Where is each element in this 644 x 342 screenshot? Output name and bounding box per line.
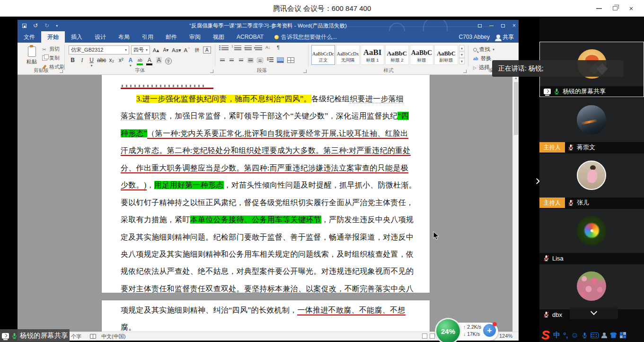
ribbon-options-icon[interactable]: [478, 24, 482, 27]
word-restore-icon[interactable]: [501, 24, 505, 27]
bullets-button[interactable]: [221, 45, 229, 51]
text-effects-button[interactable]: A▾: [126, 57, 134, 66]
line-spacing-button[interactable]: [266, 57, 273, 63]
clipboard-dialog-launcher-icon[interactable]: [60, 70, 63, 73]
participant-tile-4[interactable]: Lisa: [539, 209, 644, 263]
tell-me-box[interactable]: 告诉我您想要做什么...: [274, 31, 337, 43]
style-card-标题 1[interactable]: AaBI标题 1: [361, 45, 384, 65]
emoji-picker-icon[interactable]: ☺: [571, 331, 579, 340]
restore-icon[interactable]: [607, 0, 623, 17]
user-center-icon[interactable]: [601, 333, 607, 338]
subscript-button[interactable]: x₂: [107, 57, 115, 66]
skin-icon[interactable]: [610, 333, 617, 338]
shading-button[interactable]: [277, 57, 284, 63]
clear-formatting-button[interactable]: [183, 46, 191, 54]
punctuation-icon[interactable]: °,: [563, 331, 568, 339]
justify-button[interactable]: [247, 58, 254, 63]
language-status[interactable]: 中文(中国): [101, 333, 125, 340]
host-badge: 主持人: [539, 142, 565, 153]
voice-input-icon[interactable]: [582, 332, 588, 339]
tab-引用[interactable]: 引用: [136, 31, 159, 43]
word-close-icon[interactable]: ×: [512, 22, 516, 29]
text-highlight-button[interactable]: ab: [136, 57, 144, 66]
align-right-button[interactable]: [238, 58, 244, 63]
font-size-select[interactable]: 四号▾: [131, 45, 150, 54]
optimization-percent-ball[interactable]: 24%: [436, 319, 460, 342]
style-scroll-down-icon[interactable]: ▼: [459, 52, 465, 58]
strikethrough-button[interactable]: abc: [97, 57, 106, 66]
change-case-button[interactable]: [172, 46, 181, 54]
style-card-正文[interactable]: AaBbCcDc正文: [311, 45, 335, 65]
style-card-副标题[interactable]: AaBbC副标题: [434, 45, 458, 65]
proofing-book-icon[interactable]: [90, 334, 96, 339]
style-card-无间隔[interactable]: AaBbCcDx无间隔: [336, 45, 360, 65]
style-scroll-up-icon[interactable]: ▲: [459, 45, 465, 51]
align-left-button[interactable]: [219, 58, 225, 63]
tab-ACROBAT[interactable]: ACROBAT: [230, 31, 270, 43]
keyboard-icon[interactable]: [591, 333, 599, 338]
styles-dialog-launcher-icon[interactable]: [463, 70, 467, 73]
tab-文件[interactable]: 文件: [18, 31, 41, 43]
word-count[interactable]: 个字: [71, 333, 81, 340]
font-name-select[interactable]: 仿宋_GB2312▾: [69, 45, 129, 54]
phonetic-guide-button[interactable]: [193, 46, 201, 54]
tab-视图[interactable]: 视图: [207, 31, 230, 43]
paste-button[interactable]: 粘贴: [22, 45, 41, 68]
tab-插入[interactable]: 插入: [65, 31, 88, 43]
tab-布局[interactable]: 布局: [112, 31, 136, 43]
grow-font-button[interactable]: [152, 46, 160, 54]
document-page-2[interactable]: 项规定及其实施细则精神、纠治“四风”的长效机制，一体推进不敢腐、不能腐、不想腐。: [102, 300, 430, 332]
word-minimize-icon[interactable]: [489, 26, 494, 26]
align-center-button[interactable]: [229, 58, 235, 63]
font-color-button[interactable]: A: [145, 57, 153, 66]
tab-邮件[interactable]: 邮件: [159, 31, 183, 43]
close-icon[interactable]: ×: [623, 0, 639, 17]
style-card-标题[interactable]: AaBbC标题: [410, 45, 433, 65]
enclose-characters-button[interactable]: 字: [164, 57, 172, 66]
sort-button[interactable]: [265, 45, 273, 51]
underline-button[interactable]: U▾: [88, 57, 96, 66]
participant-tile-3[interactable]: 主持人张儿: [539, 153, 644, 208]
participant-tile-2[interactable]: 主持人蒋崇文: [539, 98, 644, 153]
copy-button[interactable]: 复制: [42, 54, 65, 62]
italic-button[interactable]: I: [78, 57, 86, 66]
replace-button[interactable]: ab替换: [473, 55, 492, 62]
superscript-button[interactable]: x²: [117, 57, 125, 66]
participant-tile-5[interactable]: dbx: [539, 264, 644, 320]
font-dialog-launcher-icon[interactable]: [210, 70, 213, 73]
style-card-标题 2[interactable]: AaBbC标题 2: [385, 45, 409, 65]
style-name: 标题 1: [366, 57, 379, 63]
expand-participants-button[interactable]: [570, 306, 618, 319]
numbering-button[interactable]: [234, 45, 241, 51]
customize-qat-icon[interactable]: ▾: [56, 24, 58, 28]
borders-button[interactable]: [287, 57, 294, 63]
cut-button[interactable]: 剪切: [42, 45, 65, 53]
save-icon[interactable]: [22, 24, 26, 28]
find-button[interactable]: 查找▾: [473, 46, 494, 53]
undo-icon[interactable]: ↺: [33, 22, 38, 29]
toolbox-icon[interactable]: [620, 332, 626, 338]
paragraph-dialog-launcher-icon[interactable]: [303, 70, 307, 73]
character-border-button[interactable]: [203, 46, 211, 54]
tab-审阅[interactable]: 审阅: [183, 31, 207, 43]
sogou-input-icon[interactable]: S: [541, 328, 549, 342]
tab-开始[interactable]: 开始: [41, 31, 65, 43]
decrease-indent-button[interactable]: [245, 45, 252, 51]
character-shading-button[interactable]: A: [155, 57, 163, 66]
read-mode-icon[interactable]: [422, 333, 427, 339]
scrollbar-thumb[interactable]: [514, 82, 518, 135]
document-page-1[interactable]: 3.进一步强化监督执纪问责，驰而不息纠治“四风”。各级纪检组织要进一步落细落实监…: [102, 75, 430, 293]
redo-icon[interactable]: ↻: [44, 22, 49, 29]
distribute-button[interactable]: [257, 58, 263, 63]
share-button[interactable]: 共享: [496, 31, 514, 43]
document-canvas[interactable]: 3.进一步强化监督执纪问责，驰而不息纠治“四风”。各级纪检组织要进一步落细落实监…: [18, 75, 519, 332]
shrink-font-button[interactable]: [162, 46, 170, 54]
style-gallery-more-icon[interactable]: ▼: [459, 58, 465, 64]
increase-indent-button[interactable]: [255, 45, 262, 51]
chinese-mode-icon[interactable]: 中: [553, 331, 560, 340]
vertical-scrollbar[interactable]: ▲: [512, 75, 519, 332]
show-marks-button[interactable]: [276, 45, 283, 51]
bold-button[interactable]: B: [69, 57, 77, 66]
minimize-icon[interactable]: [591, 0, 607, 17]
tab-设计[interactable]: 设计: [88, 31, 112, 43]
